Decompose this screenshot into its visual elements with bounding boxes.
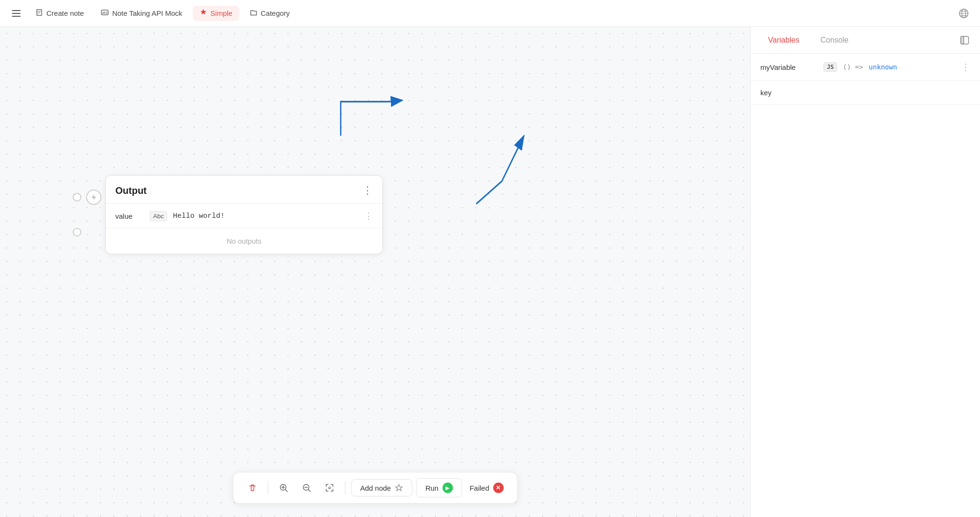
variable-row-key: key <box>751 81 980 105</box>
zoom-in-button[interactable] <box>274 478 293 497</box>
status-area: Failed ✕ <box>466 483 507 493</box>
variable-type-js: JS <box>824 62 837 72</box>
connector-row-bottom <box>73 228 101 236</box>
node-connectors <box>73 190 101 236</box>
output-no-outputs: No outputs <box>106 228 382 254</box>
tab-note-taking-api-label: Note Taking API Mock <box>112 9 182 17</box>
connector-circle-2 <box>73 228 81 236</box>
tab-category[interactable]: Category <box>243 6 297 21</box>
add-node-button[interactable]: Add node <box>351 479 412 496</box>
output-node-menu-button[interactable]: ⋮ <box>362 184 373 197</box>
svg-rect-13 <box>961 36 964 44</box>
fit-view-button[interactable] <box>320 478 339 497</box>
toolbar-divider-2 <box>345 481 345 495</box>
status-label: Failed <box>469 484 489 492</box>
connector-row-top <box>73 190 101 205</box>
variable-name-key: key <box>760 89 818 97</box>
variable-row-myvariable: myVariable JS () => unknown ⋮ <box>751 54 980 81</box>
tab-console[interactable]: Console <box>811 32 858 48</box>
output-node-header: Output ⋮ <box>106 176 382 204</box>
output-row-value: value Abc Hello world! ⋮ <box>106 204 382 228</box>
output-node: Output ⋮ value Abc Hello world! ⋮ No out… <box>105 175 383 254</box>
tab-create-note-label: Create note <box>46 9 84 17</box>
topbar: Create note API Note Taking API Mock Sim… <box>0 0 980 27</box>
canvas[interactable]: Output ⋮ value Abc Hello world! ⋮ No out… <box>0 27 750 517</box>
tab-create-note[interactable]: Create note <box>29 6 90 21</box>
toolbar-divider-1 <box>268 481 268 495</box>
create-note-icon <box>35 9 43 18</box>
run-label: Run <box>425 484 439 492</box>
main-area: Output ⋮ value Abc Hello world! ⋮ No out… <box>0 27 980 517</box>
output-row-dots[interactable]: ⋮ <box>364 211 373 221</box>
connector-lightning <box>86 190 101 205</box>
category-icon <box>250 9 257 18</box>
connector-circle-1 <box>73 193 81 202</box>
api-icon: API <box>101 9 109 18</box>
tab-category-label: Category <box>261 9 290 17</box>
tab-variables[interactable]: Variables <box>758 32 809 48</box>
variable-expr: () => <box>843 63 863 71</box>
status-failed-icon: ✕ <box>493 483 503 493</box>
output-row-key: value <box>115 212 144 220</box>
variable-name-myvariable: myVariable <box>760 63 818 71</box>
variable-value-unknown: unknown <box>869 63 897 71</box>
run-button[interactable]: Run ▶ <box>416 478 462 497</box>
tab-note-taking-api[interactable]: API Note Taking API Mock <box>94 6 189 21</box>
svg-rect-0 <box>12 10 21 11</box>
svg-rect-2 <box>12 16 21 17</box>
sidebar-toggle[interactable] <box>8 5 25 22</box>
tab-simple[interactable]: Simple <box>193 6 239 21</box>
output-node-title: Output <box>115 185 147 196</box>
bottom-toolbar: Add node Run ▶ Failed ✕ <box>233 472 518 504</box>
tab-simple-label: Simple <box>211 9 233 17</box>
output-row-value-text: Hello world! <box>173 212 358 220</box>
right-panel: Variables Console myVariable JS () => un… <box>750 27 980 517</box>
globe-button[interactable] <box>955 5 972 22</box>
right-panel-tabs: Variables Console <box>751 27 980 54</box>
zoom-out-button[interactable] <box>297 478 316 497</box>
svg-rect-1 <box>12 13 21 14</box>
add-node-label: Add node <box>360 484 391 492</box>
panel-collapse-button[interactable] <box>957 33 972 48</box>
simple-icon <box>200 9 207 18</box>
svg-text:API: API <box>102 11 108 14</box>
variable-row-menu-button[interactable]: ⋮ <box>961 61 970 73</box>
output-row-type-badge: Abc <box>150 211 167 221</box>
svg-point-9 <box>329 487 331 489</box>
run-play-icon: ▶ <box>442 483 453 493</box>
delete-button[interactable] <box>243 478 262 497</box>
annotation-arrows <box>0 27 750 517</box>
variables-list: myVariable JS () => unknown ⋮ key <box>751 54 980 517</box>
